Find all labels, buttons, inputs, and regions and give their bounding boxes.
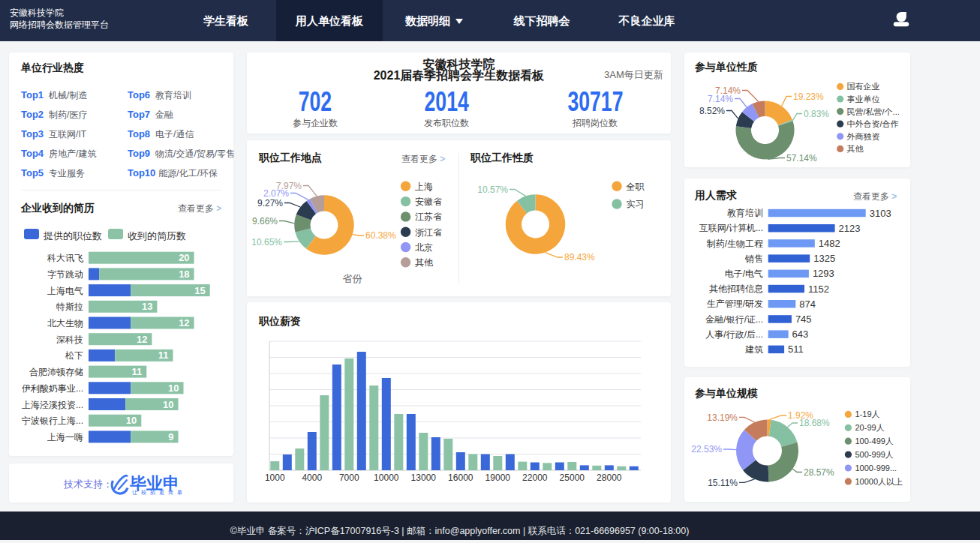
svg-text:省份: 省份 — [343, 273, 362, 284]
svg-text:3103: 3103 — [870, 208, 891, 219]
svg-text:外商独资: 外商独资 — [847, 132, 880, 141]
svg-text:2123: 2123 — [839, 223, 861, 234]
svg-text:13.19%: 13.19% — [707, 412, 738, 423]
svg-text:874: 874 — [799, 298, 816, 310]
svg-text:中外合资/合作: 中外合资/合作 — [847, 119, 899, 128]
svg-text:建筑: 建筑 — [744, 344, 763, 355]
svg-text:16000: 16000 — [448, 472, 473, 483]
svg-text:科大讯飞: 科大讯飞 — [47, 253, 83, 263]
svg-text:9.27%: 9.27% — [257, 198, 283, 208]
svg-text:合肥沛顿存储: 合肥沛顿存储 — [29, 367, 83, 377]
svg-text:全职: 全职 — [627, 182, 645, 192]
svg-text:7000: 7000 — [339, 472, 359, 483]
svg-text:745: 745 — [795, 314, 812, 325]
svg-text:1293: 1293 — [813, 268, 834, 279]
svg-text:民营/私营/个...: 民营/私营/个... — [847, 107, 900, 116]
svg-text:9.66%: 9.66% — [252, 216, 278, 226]
svg-text:12: 12 — [179, 317, 189, 328]
svg-text:10: 10 — [126, 415, 137, 426]
svg-text:1152: 1152 — [808, 284, 829, 295]
svg-text:8.52%: 8.52% — [699, 106, 725, 116]
svg-text:511: 511 — [788, 344, 804, 355]
svg-text:20-99人: 20-99人 — [855, 423, 885, 432]
svg-text:643: 643 — [792, 328, 809, 340]
svg-text:宁波银行上海...: 宁波银行上海... — [22, 416, 83, 426]
svg-text:10.65%: 10.65% — [251, 237, 282, 248]
svg-text:北京: 北京 — [415, 242, 433, 253]
svg-text:互联网/计算机...: 互联网/计算机... — [699, 223, 763, 233]
svg-text:国有企业: 国有企业 — [847, 82, 880, 91]
svg-text:57.14%: 57.14% — [786, 153, 817, 164]
svg-text:10.57%: 10.57% — [477, 184, 508, 195]
svg-text:25000: 25000 — [560, 472, 585, 483]
svg-text:22000: 22000 — [522, 472, 548, 483]
svg-text:1-19人: 1-19人 — [855, 410, 880, 418]
svg-text:10: 10 — [163, 399, 173, 410]
svg-text:4000: 4000 — [302, 472, 322, 483]
svg-text:9: 9 — [168, 431, 173, 442]
svg-text:制药/生物工程: 制药/生物工程 — [707, 238, 763, 249]
svg-text:深科技: 深科技 — [56, 334, 83, 345]
svg-text:28000: 28000 — [597, 472, 622, 483]
svg-text:特斯拉: 特斯拉 — [56, 302, 83, 312]
svg-text:19000: 19000 — [485, 472, 511, 483]
svg-text:江苏省: 江苏省 — [415, 212, 442, 222]
svg-text:上海: 上海 — [415, 182, 433, 192]
svg-text:上海电气: 上海电气 — [47, 286, 83, 296]
svg-text:上海泾溪投资...: 上海泾溪投资... — [22, 400, 83, 410]
svg-text:上海一嗨: 上海一嗨 — [47, 432, 83, 442]
svg-text:10: 10 — [168, 382, 179, 394]
svg-text:人事/行政/后...: 人事/行政/后... — [705, 329, 763, 340]
svg-text:28.57%: 28.57% — [804, 467, 834, 478]
svg-text:1325: 1325 — [813, 253, 835, 264]
svg-text:1482: 1482 — [819, 238, 840, 249]
svg-text:15: 15 — [194, 285, 205, 296]
svg-text:18.68%: 18.68% — [799, 418, 830, 428]
svg-text:实习: 实习 — [627, 199, 645, 209]
svg-text:11: 11 — [132, 366, 143, 377]
svg-text:60.38%: 60.38% — [365, 230, 396, 241]
svg-text:让校招更简单: 让校招更简单 — [132, 490, 186, 496]
svg-text:教育培训: 教育培训 — [727, 208, 763, 218]
svg-text:18: 18 — [179, 268, 189, 280]
svg-text:其他招聘信息: 其他招聘信息 — [709, 284, 763, 294]
svg-text:事业单位: 事业单位 — [847, 94, 880, 104]
svg-text:12: 12 — [137, 334, 147, 345]
svg-text:13: 13 — [142, 301, 152, 312]
svg-text:浙江省: 浙江省 — [415, 227, 442, 238]
svg-text:15.11%: 15.11% — [708, 478, 738, 488]
svg-text:100-499人: 100-499人 — [855, 436, 894, 446]
svg-text:89.43%: 89.43% — [564, 252, 595, 262]
svg-text:20: 20 — [179, 252, 189, 263]
svg-text:松下: 松下 — [65, 350, 83, 361]
svg-text:北大生物: 北大生物 — [47, 318, 83, 328]
svg-text:其他: 其他 — [415, 257, 434, 268]
svg-text:1000: 1000 — [265, 472, 285, 483]
svg-text:1000-999...: 1000-999... — [855, 464, 897, 472]
svg-text:7.97%: 7.97% — [276, 181, 302, 191]
svg-text:13000: 13000 — [411, 472, 437, 483]
svg-text:11: 11 — [158, 350, 169, 361]
svg-text:10000: 10000 — [374, 472, 399, 483]
svg-text:19.23%: 19.23% — [793, 92, 824, 102]
svg-text:500-999人: 500-999人 — [855, 450, 894, 459]
svg-text:22.53%: 22.53% — [691, 444, 722, 454]
svg-text:生产管理/研发: 生产管理/研发 — [707, 298, 763, 309]
svg-text:伊利酸奶事业...: 伊利酸奶事业... — [22, 383, 83, 394]
svg-text:销售: 销售 — [744, 254, 763, 264]
svg-text:10000人以上: 10000人以上 — [855, 477, 903, 486]
svg-text:字节跳动: 字节跳动 — [47, 269, 83, 280]
svg-text:其他: 其他 — [847, 144, 864, 153]
svg-text:0.83%: 0.83% — [804, 109, 829, 119]
svg-text:7.14%: 7.14% — [715, 86, 741, 96]
svg-text:金融/银行/证...: 金融/银行/证... — [705, 314, 763, 325]
svg-text:安徽省: 安徽省 — [415, 196, 442, 207]
svg-text:电子/电气: 电子/电气 — [725, 268, 763, 279]
